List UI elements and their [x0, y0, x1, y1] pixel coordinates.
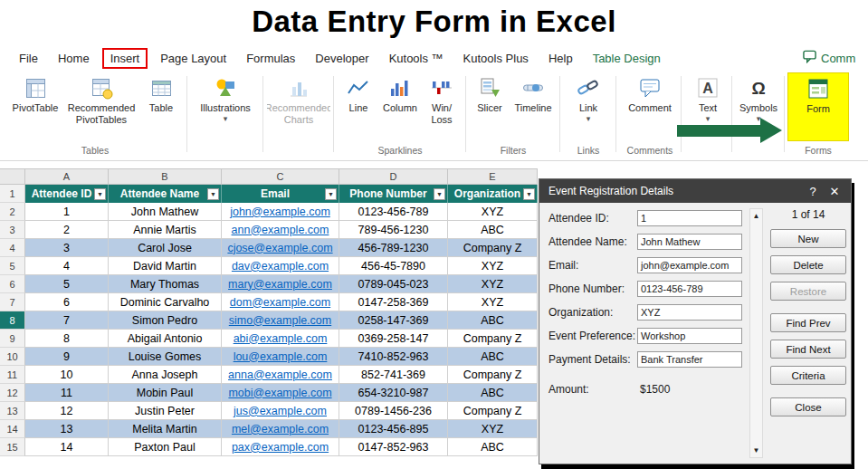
dialog-button[interactable]: Criteria [770, 366, 846, 385]
field-input[interactable]: john@example.com [637, 257, 742, 273]
cell-email[interactable]: simo@example.com [222, 311, 339, 330]
header-phone-number[interactable]: Phone Number ▼ [339, 185, 448, 203]
cell-email[interactable]: mobi@example.com [222, 384, 339, 402]
header-attendee-name[interactable]: Attendee Name ▼ [109, 185, 222, 203]
cell-organization[interactable]: ABC [448, 348, 538, 366]
column-header-e[interactable]: E [448, 169, 538, 184]
column-sparkline-button[interactable]: Column [377, 72, 423, 117]
ribbon-tab[interactable]: Kutools Plus [453, 48, 539, 69]
select-all-corner[interactable] [0, 169, 25, 184]
row-number[interactable]: 2 [0, 203, 25, 221]
timeline-button[interactable]: Timeline [510, 72, 557, 117]
cell-phone-number[interactable]: 0789-045-023 [339, 275, 448, 293]
cell-organization[interactable]: XYZ [448, 275, 538, 293]
ribbon-tab[interactable]: Page Layout [150, 48, 236, 69]
cell-organization[interactable]: ABC [448, 311, 538, 330]
cell-attendee-id[interactable]: 9 [25, 348, 109, 366]
cell-attendee-name[interactable]: David Martin [109, 257, 222, 275]
cell-organization[interactable]: XYZ [448, 203, 538, 221]
comments-button[interactable]: Comm [796, 45, 868, 71]
cell-attendee-id[interactable]: 6 [25, 293, 109, 311]
ribbon-tab[interactable]: Help [539, 48, 583, 69]
cell-phone-number[interactable]: 7410-852-963 [339, 348, 448, 366]
dialog-close-icon[interactable]: ✕ [824, 185, 845, 198]
pivottable-button[interactable]: PivotTable [7, 72, 63, 117]
cell-attendee-id[interactable]: 4 [25, 257, 109, 275]
cell-email[interactable]: mel@example.com [222, 420, 339, 438]
filter-icon[interactable]: ▼ [325, 188, 337, 200]
dialog-titlebar[interactable]: Event Registration Details ? ✕ [539, 179, 851, 203]
row-number[interactable]: 4 [0, 239, 25, 257]
cell-attendee-name[interactable]: Annie Martis [109, 221, 222, 239]
cell-phone-number[interactable]: 0369-258-147 [339, 330, 448, 348]
cell-attendee-name[interactable]: Simon Pedro [109, 311, 222, 330]
cell-attendee-name[interactable]: Anna Joseph [109, 366, 222, 384]
dialog-button[interactable]: New [770, 229, 846, 248]
cell-attendee-id[interactable]: 11 [25, 384, 109, 402]
cell-attendee-name[interactable]: Mary Thomas [109, 275, 222, 293]
header-organization[interactable]: Organization ▼ [448, 185, 538, 203]
cell-attendee-id[interactable]: 8 [25, 330, 109, 348]
cell-phone-number[interactable]: 0258-147-369 [339, 311, 448, 330]
cell-phone-number[interactable]: 0123-456-789 [339, 203, 448, 221]
header-email[interactable]: Email ▼ [222, 185, 339, 203]
field-input[interactable]: $1500 [637, 381, 742, 397]
row-number[interactable]: 13 [0, 402, 25, 420]
cell-email[interactable]: pax@example.com [222, 438, 339, 456]
cell-organization[interactable]: XYZ [448, 293, 538, 311]
column-header-b[interactable]: B [109, 169, 222, 184]
cell-attendee-id[interactable]: 13 [25, 420, 109, 438]
cell-attendee-id[interactable]: 14 [25, 438, 109, 456]
cell-phone-number[interactable]: 0789-1456-236 [339, 402, 448, 420]
cell-organization[interactable]: Company Z [448, 366, 538, 384]
header-attendee-id[interactable]: Attendee ID ▼ [25, 185, 109, 203]
dialog-help-icon[interactable]: ? [802, 185, 824, 198]
ribbon-tab[interactable]: Insert [102, 48, 148, 69]
win-loss-sparkline-button[interactable]: Win/ Loss [423, 72, 461, 128]
row-number[interactable]: 9 [0, 330, 25, 348]
ribbon-tab[interactable]: Developer [305, 48, 378, 69]
field-input[interactable]: Workshop [637, 328, 742, 344]
cell-email[interactable]: john@example.com [222, 203, 339, 221]
row-number[interactable]: 6 [0, 275, 25, 293]
cell-attendee-id[interactable]: 1 [25, 203, 109, 221]
cell-organization[interactable]: XYZ [448, 420, 538, 438]
cell-phone-number[interactable]: 0147-852-963 [339, 438, 448, 456]
cell-email[interactable]: anna@example.com [222, 366, 339, 384]
cell-email[interactable]: lou@example.com [222, 348, 339, 366]
row-number[interactable]: 3 [0, 221, 25, 239]
ribbon-tab[interactable]: Home [48, 48, 100, 69]
row-number[interactable]: 14 [0, 420, 25, 438]
cell-attendee-id[interactable]: 7 [25, 311, 109, 330]
cell-attendee-id[interactable]: 10 [25, 366, 109, 384]
cell-phone-number[interactable]: 456-789-1230 [339, 239, 448, 257]
ribbon-tab[interactable]: Kutools ™ [379, 48, 453, 69]
scroll-up-icon[interactable]: ▲ [750, 209, 762, 223]
cell-attendee-name[interactable]: John Mathew [109, 203, 222, 221]
cell-attendee-name[interactable]: Louise Gomes [109, 348, 222, 366]
dialog-button[interactable]: Find Next [770, 340, 846, 359]
cell-attendee-name[interactable]: Justin Peter [109, 402, 222, 420]
field-input[interactable]: Bank Transfer [637, 351, 742, 368]
cell-organization[interactable]: ABC [448, 221, 538, 239]
cell-organization[interactable]: XYZ [448, 257, 538, 275]
filter-icon[interactable]: ▼ [523, 188, 535, 200]
cell-attendee-name[interactable]: Melita Martin [109, 420, 222, 438]
cell-email[interactable]: ann@example.com [222, 221, 339, 239]
link-button[interactable]: Link ▾ [566, 72, 611, 125]
row-number[interactable]: 12 [0, 384, 25, 402]
cell-attendee-name[interactable]: Paxton Paul [109, 438, 222, 456]
cell-email[interactable]: dom@example.com [222, 293, 339, 311]
dialog-button[interactable]: Close [770, 397, 846, 416]
cell-attendee-name[interactable]: Abigail Antonio [109, 330, 222, 348]
cell-email[interactable]: dav@example.com [222, 257, 339, 275]
cell-attendee-id[interactable]: 2 [25, 221, 109, 239]
row-number[interactable]: 8 [0, 311, 25, 330]
field-input[interactable]: 0123-456-789 [637, 281, 742, 297]
row-number[interactable]: 5 [0, 257, 25, 275]
slicer-button[interactable]: Slicer [470, 72, 510, 117]
filter-icon[interactable]: ▼ [434, 188, 445, 200]
cell-organization[interactable]: ABC [448, 384, 538, 402]
cell-phone-number[interactable]: 654-3210-987 [339, 384, 448, 402]
field-input[interactable]: John Mathew [637, 234, 742, 250]
